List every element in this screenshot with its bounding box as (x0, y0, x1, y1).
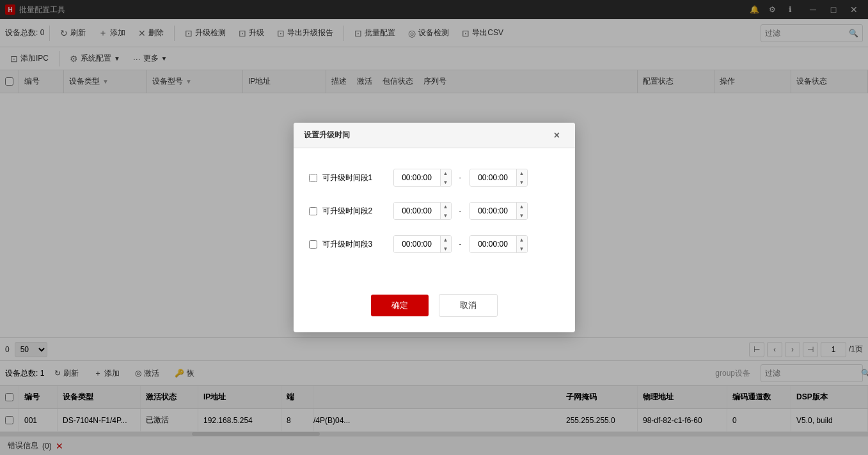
time-slot-1-start-input[interactable] (394, 169, 440, 187)
time-slot-1-end-up[interactable]: ▲ (517, 169, 527, 178)
time-slot-2-end-up[interactable]: ▲ (517, 202, 527, 211)
time-slot-3: 可升级时间段3 ▲ ▼ - ▲ ▼ (309, 235, 560, 253)
time-slot-3-checkbox[interactable] (309, 240, 317, 249)
time-slot-1-start-spin: ▲ ▼ (440, 169, 451, 187)
time-slot-3-start-input[interactable] (394, 235, 440, 253)
modal-footer: 确定 取消 (294, 284, 575, 332)
time-slot-1-end-input[interactable] (470, 169, 516, 187)
time-slot-3-start[interactable]: ▲ ▼ (393, 235, 452, 253)
cancel-button[interactable]: 取消 (439, 294, 498, 317)
modal-overlay: 设置升级时间 × 可升级时间段1 ▲ ▼ (0, 0, 868, 455)
time-slot-3-end-up[interactable]: ▲ (517, 235, 527, 244)
time-slot-1-checkbox-group: 可升级时间段1 (309, 173, 386, 183)
time-slot-1-start[interactable]: ▲ ▼ (393, 169, 452, 187)
time-slot-2-start-up[interactable]: ▲ (441, 202, 451, 211)
time-slot-3-label: 可升级时间段3 (322, 239, 373, 250)
modal-body: 可升级时间段1 ▲ ▼ - ▲ ▼ (294, 148, 575, 284)
time-slot-2-start-input[interactable] (394, 202, 440, 220)
time-slot-3-end-down[interactable]: ▼ (517, 244, 527, 253)
time-slot-2-start[interactable]: ▲ ▼ (393, 202, 452, 220)
time-slot-3-end-input[interactable] (470, 235, 516, 253)
time-slot-1-start-up[interactable]: ▲ (441, 169, 451, 178)
time-slot-2-checkbox-group: 可升级时间段2 (309, 206, 386, 217)
time-slot-2-end-spin: ▲ ▼ (516, 202, 527, 220)
time-slot-1-start-down[interactable]: ▼ (441, 178, 451, 187)
time-slot-2-end[interactable]: ▲ ▼ (470, 202, 528, 220)
modal-close-button[interactable]: × (549, 128, 565, 143)
time-slot-2-end-input[interactable] (470, 202, 516, 220)
modal-title: 设置升级时间 (304, 130, 350, 141)
time-dash-1: - (459, 173, 462, 182)
app-wrapper: H 批量配置工具 🔔 ⚙ ℹ ─ □ ✕ 设备总数: 0 ↻ 刷新 ＋ 添加 ✕… (0, 0, 868, 455)
time-slot-2-start-spin: ▲ ▼ (440, 202, 451, 220)
modal-dialog: 设置升级时间 × 可升级时间段1 ▲ ▼ (294, 123, 575, 332)
time-slot-1-label: 可升级时间段1 (322, 173, 373, 183)
time-slot-3-end-spin: ▲ ▼ (516, 235, 527, 253)
time-slot-1: 可升级时间段1 ▲ ▼ - ▲ ▼ (309, 169, 560, 187)
confirm-button[interactable]: 确定 (371, 295, 429, 316)
time-slot-3-start-spin: ▲ ▼ (440, 235, 451, 253)
time-slot-1-end[interactable]: ▲ ▼ (470, 169, 528, 187)
time-slot-2-checkbox[interactable] (309, 207, 317, 215)
time-slot-3-start-down[interactable]: ▼ (441, 244, 451, 253)
time-dash-3: - (459, 240, 462, 249)
modal-header: 设置升级时间 × (294, 123, 575, 148)
time-slot-2-start-down[interactable]: ▼ (441, 211, 451, 220)
time-dash-2: - (459, 206, 462, 215)
time-slot-2-label: 可升级时间段2 (322, 206, 373, 217)
time-slot-1-end-spin: ▲ ▼ (516, 169, 527, 187)
time-slot-3-start-up[interactable]: ▲ (441, 235, 451, 244)
time-slot-3-end[interactable]: ▲ ▼ (470, 235, 528, 253)
time-slot-2-end-down[interactable]: ▼ (517, 211, 527, 220)
time-slot-1-end-down[interactable]: ▼ (517, 178, 527, 187)
time-slot-1-checkbox[interactable] (309, 174, 317, 182)
time-slot-3-checkbox-group: 可升级时间段3 (309, 239, 386, 250)
time-slot-2: 可升级时间段2 ▲ ▼ - ▲ ▼ (309, 202, 560, 220)
